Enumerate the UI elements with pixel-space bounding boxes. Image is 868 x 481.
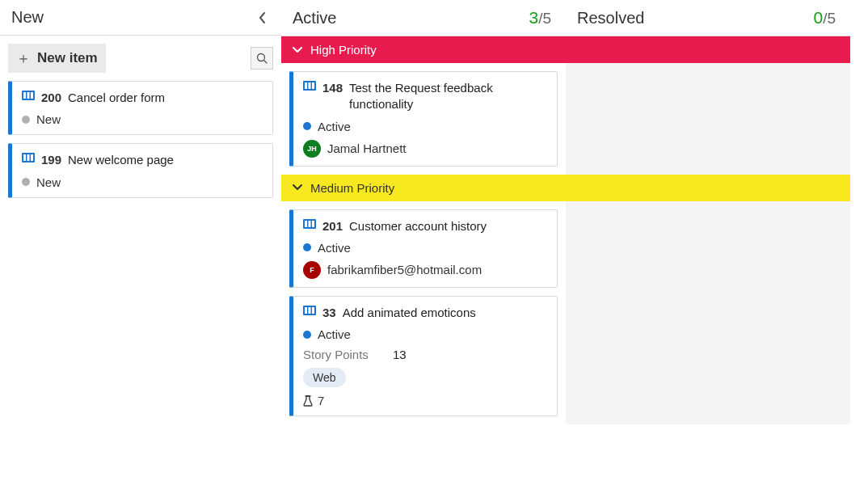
work-item-id: 199	[41, 152, 61, 168]
work-item-type-icon	[303, 218, 316, 230]
new-item-button[interactable]: ＋ New item	[8, 44, 106, 73]
column-active-wip: 3/5	[529, 8, 551, 27]
plus-icon: ＋	[16, 49, 31, 68]
column-new: New ＋ New item	[0, 0, 281, 481]
svg-rect-21	[312, 307, 314, 314]
state-dot-icon	[22, 178, 30, 186]
new-item-label: New item	[37, 50, 98, 66]
work-item-card[interactable]: 200 Cancel order form New	[8, 81, 273, 135]
swimlane-medium-body: 201 Customer account history Active F fa…	[281, 201, 850, 425]
assignee-name: Jamal Hartnett	[327, 141, 407, 155]
work-item-id: 200	[41, 90, 61, 106]
avatar: JH	[303, 140, 321, 158]
search-button[interactable]	[251, 47, 273, 70]
search-icon	[256, 53, 268, 64]
wip-count: 3	[529, 8, 538, 27]
svg-rect-12	[309, 82, 311, 89]
state-label: Active	[318, 327, 351, 341]
state-label: Active	[318, 120, 351, 133]
work-item-card[interactable]: 199 New welcome page New	[8, 143, 273, 197]
work-item-type-icon	[303, 80, 316, 91]
svg-rect-16	[309, 221, 311, 227]
state-dot-icon	[303, 331, 311, 339]
work-item-card[interactable]: 148 Test the Request feedback functional…	[289, 71, 558, 167]
avatar: F	[303, 261, 321, 279]
svg-rect-20	[309, 307, 311, 314]
column-resolved-header: Resolved 0/5	[566, 0, 850, 36]
column-new-header: New	[0, 0, 281, 36]
state-dot-icon	[22, 116, 30, 124]
svg-rect-17	[312, 221, 314, 227]
lane-resolved-high	[566, 63, 850, 175]
column-active-title: Active	[293, 9, 336, 27]
column-active-header: Active 3/5	[281, 0, 566, 36]
tests-count: 7	[318, 394, 324, 407]
tests-row[interactable]: 7	[303, 394, 547, 407]
collapse-new-icon[interactable]	[259, 11, 267, 24]
assignee-row: JH Jamal Hartnett	[303, 140, 547, 158]
swimlane-medium-priority-header[interactable]: Medium Priority	[281, 175, 850, 201]
work-item-type-icon	[303, 305, 316, 316]
work-item-title: Test the Request feedback functionality	[349, 80, 547, 113]
swimlane-high-priority-header[interactable]: High Priority	[281, 36, 850, 63]
lane-active-high: 148 Test the Request feedback functional…	[281, 63, 566, 175]
work-item-title: Customer account history	[349, 218, 487, 234]
story-points-label: Story Points	[303, 348, 369, 361]
wip-limit: /5	[823, 10, 836, 27]
svg-rect-7	[23, 154, 26, 161]
new-item-bar: ＋ New item	[8, 44, 273, 73]
work-item-title: New welcome page	[68, 152, 174, 168]
state-label: Active	[318, 241, 351, 255]
swimlane-area: Active 3/5 Resolved 0/5 High Priority	[281, 0, 850, 481]
work-item-state: Active	[303, 120, 547, 133]
svg-rect-15	[305, 221, 307, 227]
tags-row: Web	[303, 368, 547, 387]
work-item-id: 201	[322, 218, 343, 234]
work-item-state: New	[22, 112, 263, 126]
chevron-down-icon	[293, 47, 302, 53]
work-item-type-icon	[22, 90, 35, 101]
svg-rect-4	[27, 92, 30, 99]
work-item-title: Cancel order form	[68, 90, 165, 106]
lane-active-medium: 201 Customer account history Active F fa…	[281, 201, 566, 425]
wip-limit: /5	[538, 10, 551, 27]
assignee-row: F fabrikamfiber5@hotmail.com	[303, 261, 547, 279]
state-label: New	[36, 112, 61, 126]
assignee-name: fabrikamfiber5@hotmail.com	[327, 263, 482, 276]
wip-count: 0	[813, 8, 823, 27]
work-item-card[interactable]: 201 Customer account history Active F fa…	[289, 209, 558, 288]
flask-icon	[303, 395, 313, 407]
work-item-state: Active	[303, 241, 547, 255]
work-item-title: Add animated emoticons	[343, 305, 476, 321]
swimlane-medium-label: Medium Priority	[310, 181, 394, 195]
column-resolved-title: Resolved	[577, 9, 644, 27]
svg-rect-11	[305, 82, 307, 89]
svg-line-1	[264, 61, 268, 64]
story-points-value: 13	[393, 348, 407, 361]
work-item-id: 33	[322, 305, 336, 321]
story-points-row: Story Points 13	[303, 348, 547, 361]
state-dot-icon	[303, 122, 311, 130]
svg-rect-3	[23, 92, 26, 99]
state-dot-icon	[303, 243, 311, 251]
svg-rect-5	[31, 92, 33, 99]
kanban-board: New ＋ New item	[0, 0, 868, 481]
swimlane-high-body: 148 Test the Request feedback functional…	[281, 63, 850, 175]
chevron-down-icon	[293, 184, 302, 191]
svg-rect-19	[305, 307, 307, 314]
column-new-body: ＋ New item 200 Cancel order form	[0, 36, 281, 206]
svg-rect-13	[312, 82, 314, 89]
work-item-state: New	[22, 175, 263, 189]
swimlane-high-label: High Priority	[310, 43, 377, 57]
work-item-id: 148	[322, 80, 343, 96]
work-item-state: Active	[303, 327, 547, 341]
column-resolved-wip: 0/5	[813, 8, 836, 27]
svg-rect-9	[31, 154, 33, 161]
work-item-type-icon	[22, 152, 35, 163]
column-new-title: New	[11, 8, 44, 27]
tag[interactable]: Web	[303, 368, 346, 387]
lane-resolved-medium	[566, 201, 850, 425]
svg-rect-8	[27, 154, 30, 161]
state-label: New	[36, 175, 61, 189]
work-item-card[interactable]: 33 Add animated emoticons Active Story P…	[289, 296, 558, 416]
